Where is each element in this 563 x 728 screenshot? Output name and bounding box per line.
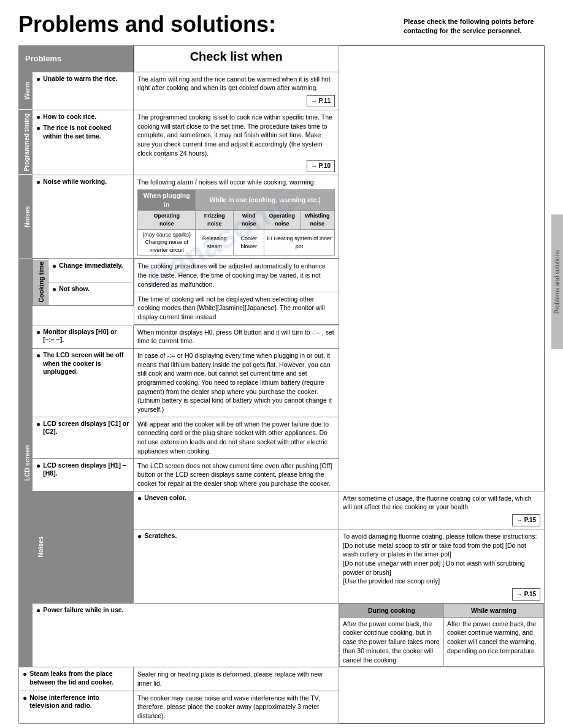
programmed-timing-row: Programmed timing ● How to cook rice. ● … — [19, 110, 545, 175]
steam-leaks-checklist: Sealer ring or heating plate is deformed… — [134, 667, 339, 691]
bullet-icon: ● — [36, 113, 40, 121]
lcd-inner-table: Cooking time ● Change immediately. — [33, 259, 134, 306]
bullet-icon: ● — [36, 351, 40, 360]
bullet-icon: ● — [52, 262, 56, 270]
prog-problem-2: The rice is not cooked within the set ti… — [43, 124, 129, 140]
noise-interference-checklist: The cooker may cause noise and wave inte… — [134, 691, 339, 723]
noises-row: Noises ● Noise while working. The follow… — [19, 175, 545, 259]
noises-problem: ● Noise while working. — [33, 175, 134, 259]
page-title: Problems and solutions: — [18, 12, 404, 37]
bullet-icon: ● — [36, 328, 40, 336]
lcd-off-row: ● The LCD screen will be off when the co… — [19, 348, 545, 417]
noises-checklist: The following alarm / noises will occur … — [134, 175, 339, 259]
noises2-uneven-pageref: → P.15 — [512, 514, 540, 526]
warm-checklist-text: The alarm will ring and the rice cannot … — [137, 75, 331, 92]
lcd-inner-cell: Cooking time ● Change immediately. — [33, 259, 134, 325]
noise-ih-desc: IH Heating system of inner pot — [264, 229, 334, 256]
noise-whistling-label: Whistlingnoise — [300, 211, 334, 229]
lcd-notshow-checklist-row: The time of cooking will not be displaye… — [134, 292, 339, 324]
noise-steam-desc: Releasing steam — [196, 229, 234, 256]
noises2-scratches-checklist: To avoid damaging fluorine coating, plea… — [339, 529, 545, 603]
lcd-h0-checklist: When monitor displays H0, press Off butt… — [134, 325, 339, 348]
warm-category: Warm — [19, 72, 33, 110]
main-table: Problems Check list when Warm ● Unable t… — [18, 45, 545, 724]
programmed-page-ref: → P.10 — [307, 160, 335, 172]
bullet-icon: ● — [36, 606, 40, 615]
lcd-c1c2-text: LCD screen displays [C1] or [C2]. — [43, 420, 129, 436]
warm-problem: ● Unable to warm the rice. — [33, 72, 134, 110]
noise-table: When plugging in While in use (cooking, … — [137, 189, 335, 256]
bullet-icon: ● — [23, 670, 27, 678]
power-failure-problem: ● Power failure while in use. — [33, 604, 339, 667]
lcd-cooking-time-row1: LCD screen Cooking time ● Change immedia… — [19, 259, 545, 325]
bullet-icon: ● — [36, 461, 40, 470]
right-side-label: Problems and solutions — [551, 214, 563, 349]
warm-page-ref: → P.11 — [307, 95, 335, 107]
noises-checklist-intro: The following alarm / noises will occur … — [137, 178, 335, 187]
steam-leaks-text: Steam leaks from the place between the l… — [29, 670, 129, 686]
page-header: Problems and solutions: Please check the… — [18, 12, 545, 37]
warm-row: Warm ● Unable to warm the rice. The alar… — [19, 72, 545, 110]
while-warming-header: While warming — [443, 604, 543, 618]
lcd-checklist-cell: The cooking procedures will be adjusted … — [134, 259, 339, 325]
noises2-scratches-pageref: → P.15 — [512, 588, 540, 601]
prog-problem-1: How to cook rice. — [43, 113, 96, 121]
power-failure-checklist: During cooking While warming After the p… — [339, 604, 545, 667]
noises2-uneven-row: Noises ● Uneven color. After sometime of… — [19, 491, 545, 529]
cooking-table: During cooking While warming After the p… — [339, 604, 544, 667]
bullet-icon: ● — [137, 532, 142, 540]
lcd-h1h8-row: ● LCD screen displays [H1] – [H8]. The L… — [19, 458, 545, 491]
noise-cooler-desc: Cooler blower — [234, 229, 264, 256]
noise-op2-label: Operatingnoise — [264, 211, 300, 229]
power-failure-text: Power failure while in use. — [43, 606, 123, 615]
noises2-uneven-problem: ● Uneven color. — [134, 491, 339, 529]
noise-op-label: Operatingnoise — [138, 211, 196, 229]
lcd-c1c2-row: ● LCD screen displays [C1] or [C2]. Will… — [19, 417, 545, 458]
lcd-notshow-text: Not show. — [59, 285, 90, 294]
programmed-problems: ● How to cook rice. ● The rice is not co… — [33, 110, 134, 175]
bullet-icon: ● — [137, 494, 142, 502]
bullet-icon: ● — [52, 285, 56, 294]
lcd-notshow-problem: ● Not show. — [48, 282, 134, 305]
noises-category: Noises — [19, 175, 33, 259]
lcd-change-text: Change immediately. — [59, 262, 123, 270]
bullet-icon: ● — [36, 178, 40, 186]
lcd-change-row: Cooking time ● Change immediately. — [33, 259, 134, 282]
bullet-icon: ● — [36, 420, 40, 428]
warm-checklist: The alarm will ring and the rice cannot … — [134, 72, 339, 110]
noises2-category: Noises — [33, 491, 134, 604]
lcd-off-text: The LCD screen will be off when the cook… — [43, 351, 129, 376]
noise-frizzing-label: Frizzingnoise — [196, 211, 234, 229]
noises2-scratches-problem: ● Scratches. — [134, 529, 339, 603]
lcd-change-problem: ● Change immediately. — [48, 259, 134, 282]
programmed-checklist: The programmed cooking is set to cook ri… — [134, 110, 339, 175]
lcd-c1c2-checklist: Will appear and the cooker will be off w… — [134, 417, 339, 458]
programmed-checklist-text: The programmed cooking is set to cook ri… — [137, 113, 332, 157]
lcd-h1h8-checklist: The LCD screen does not show current tim… — [134, 458, 339, 491]
programmed-category: Programmed timing — [19, 110, 33, 175]
lcd-h1h8-text: LCD screen displays [H1] – [H8]. — [43, 461, 129, 478]
page-subtitle: Please check the following points before… — [404, 12, 545, 36]
noise-use-header: While in use (cooking, warming etc.) — [196, 190, 335, 211]
warm-problem-text: Unable to warm the rice. — [43, 75, 117, 83]
checklist-header: Check list when — [134, 45, 339, 72]
cooking-time-label: Cooking time — [33, 259, 48, 306]
lcd-checklist-inner: The cooking procedures will be adjusted … — [134, 259, 339, 324]
noises2-uneven-checklist: After sometime of usage, the fluorine co… — [339, 491, 545, 529]
steam-leaks-row: ● Steam leaks from the place between the… — [19, 667, 545, 691]
bullet-icon: ● — [36, 124, 40, 132]
lcd-change-checklist-row: The cooking procedures will be adjusted … — [134, 259, 339, 292]
lcd-h0-problem: ● Monitor displays [H0] or [–:– –]. — [33, 325, 134, 348]
noise-plugging-header: When plugging in — [138, 190, 196, 211]
bullet-icon: ● — [23, 694, 27, 702]
noises-problem-text: Noise while working. — [43, 178, 107, 186]
lcd-off-checklist: In case of -:-- or H0 displaying every t… — [134, 348, 339, 417]
power-failure-row: ● Power failure while in use. During coo… — [19, 604, 545, 667]
bullet-icon: ● — [36, 75, 40, 83]
lcd-change-checklist: The cooking procedures will be adjusted … — [134, 259, 339, 292]
lcd-category: LCD screen — [19, 259, 33, 667]
noise-plugging-desc: (may cause sparks)Charging noise of inve… — [138, 229, 196, 256]
lcd-h0-text: Monitor displays [H0] or [–:– –]. — [43, 328, 129, 344]
during-cooking-header: During cooking — [340, 604, 444, 618]
noises2-scratches-text: Scratches. — [144, 532, 177, 540]
